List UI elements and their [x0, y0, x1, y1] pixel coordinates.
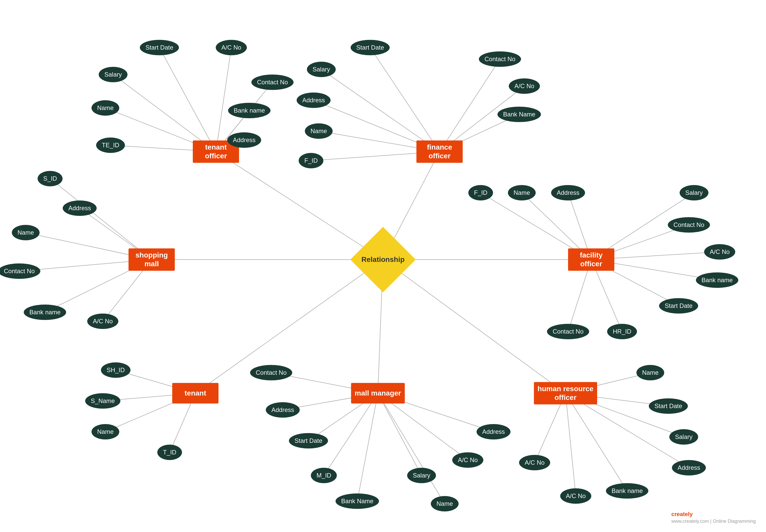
- entity-facility_officer: facilityofficer: [568, 248, 614, 271]
- attribute-ten_sh_id: SH_ID: [101, 362, 131, 378]
- attribute-fo_name: Name: [305, 123, 333, 139]
- connection-line: [440, 59, 500, 152]
- attribute-ten_t_id: T_ID: [157, 445, 182, 460]
- connection-line: [216, 48, 231, 152]
- attribute-mm_name: Name: [431, 496, 459, 511]
- connection-line: [321, 69, 440, 152]
- entity-finance_officer: financeofficer: [416, 140, 463, 163]
- attribute-fac_f_id: F_ID: [468, 185, 493, 200]
- attribute-fo_contact_no: Contact No: [479, 51, 521, 67]
- attribute-to_start_date: Start Date: [140, 40, 179, 55]
- connection-line: [50, 179, 152, 260]
- attribute-to_bank_name: Bank name: [228, 103, 270, 118]
- attribute-fo_salary: Salary: [307, 62, 336, 77]
- connection-line: [383, 260, 566, 393]
- attribute-fo_bank_name: Bank Name: [497, 107, 541, 122]
- attribute-to_address: Address: [227, 132, 261, 148]
- attribute-fac_contact_no2: Contact No: [547, 324, 589, 339]
- attribute-hr_address: Address: [672, 460, 706, 475]
- attribute-sm_ac_no: A/C No: [87, 314, 118, 329]
- attribute-mm_salary: Salary: [407, 468, 436, 483]
- entity-tenant: tenant: [172, 383, 218, 403]
- attribute-fac_address: Address: [551, 185, 585, 200]
- attribute-ten_s_name: S_Name: [85, 393, 120, 409]
- entity-mall_manager: mall manager: [351, 383, 405, 403]
- attribute-fac_salary: Salary: [680, 185, 708, 200]
- connection-line: [378, 393, 445, 504]
- attribute-hr_ac_no: A/C No: [560, 488, 591, 504]
- attribute-mm_bank_name: Bank Name: [335, 493, 379, 509]
- attribute-sm_s_id: S_ID: [38, 171, 62, 186]
- attribute-to_salary: Salary: [99, 67, 127, 82]
- attribute-sm_bank_name: Bank name: [24, 305, 66, 320]
- connection-line: [357, 393, 378, 501]
- attribute-fo_start_date: Start Date: [351, 40, 390, 55]
- attribute-mm_m_id: M_ID: [311, 468, 337, 483]
- attribute-ten_name: Name: [92, 424, 119, 439]
- connection-line: [566, 393, 576, 496]
- diagram-container: tenantofficerfinanceofficershoppingmallf…: [0, 0, 766, 532]
- attribute-hr_salary: Salary: [669, 429, 698, 445]
- connection-line: [113, 75, 216, 152]
- entity-shopping_mall: shoppingmall: [129, 248, 175, 271]
- attribute-fo_address: Address: [297, 93, 331, 108]
- attribute-mm_ac_no: A/C No: [452, 452, 483, 468]
- attribute-mm_address2: Address: [477, 424, 510, 439]
- attribute-fac_contact_no: Contact No: [668, 217, 710, 233]
- attribute-sm_name: Name: [12, 225, 40, 240]
- attribute-fac_bank_name: Bank name: [696, 272, 738, 288]
- attribute-hr_ac_no2: A/C No: [519, 455, 550, 470]
- attribute-fac_ac_no: A/C No: [704, 244, 735, 260]
- attribute-to_ac_no: A/C No: [216, 40, 247, 55]
- watermark: creately www.creately.com | Online Diagr…: [671, 511, 756, 524]
- connection-line: [566, 393, 627, 491]
- attribute-fo_ac_no: A/C No: [509, 78, 540, 94]
- attribute-hr_bank_name: Bank name: [606, 483, 648, 499]
- attribute-sm_contact_no: Contact No: [0, 263, 40, 279]
- attribute-sm_address: Address: [63, 200, 97, 216]
- connection-line: [159, 48, 216, 152]
- attribute-hr_start_date: Start Date: [649, 398, 688, 414]
- connection-line: [324, 393, 378, 475]
- watermark-logo: creately: [671, 511, 693, 517]
- attribute-mm_start_date: Start Date: [289, 433, 328, 448]
- attribute-fac_name: Name: [508, 185, 536, 200]
- connection-line: [378, 393, 422, 475]
- attribute-fac_start_date: Start Date: [659, 298, 698, 314]
- entity-human_resource: human resourceofficer: [534, 382, 597, 404]
- attribute-hr_name: Name: [636, 365, 664, 380]
- relationship-diamond: Relationship: [350, 227, 416, 292]
- attribute-fo_f_id: F_ID: [299, 153, 323, 168]
- attribute-fac_hr_id: HR_ID: [607, 324, 637, 339]
- attribute-mm_address: Address: [266, 402, 300, 418]
- attribute-to_name: Name: [92, 100, 119, 116]
- attribute-to_contact_no: Contact No: [251, 75, 294, 90]
- watermark-url: www.creately.com | Online Diagramming: [671, 518, 756, 524]
- attribute-mm_contact_no: Contact No: [250, 365, 292, 380]
- attribute-to_te_id: TE_ID: [96, 137, 125, 153]
- connection-line: [370, 48, 440, 152]
- connection-line: [216, 152, 383, 260]
